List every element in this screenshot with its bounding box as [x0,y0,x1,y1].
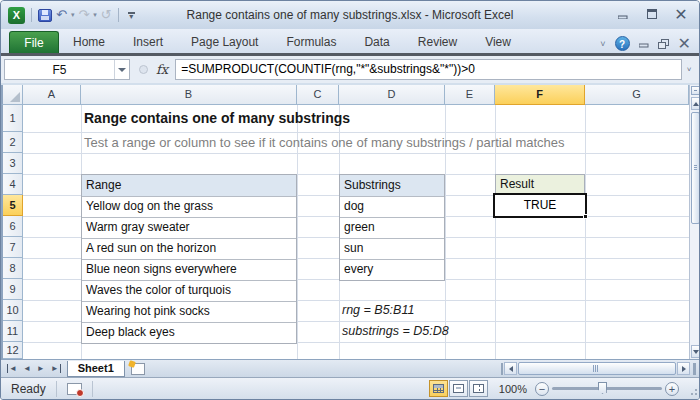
cells-area[interactable]: Range contains one of many substrings Te… [23,105,689,359]
range-cell[interactable]: Deep black eyes [82,322,296,343]
vertical-split-handle[interactable] [691,86,700,95]
column-header-b[interactable]: B [81,85,297,105]
tab-review[interactable]: Review [404,31,471,53]
scroll-down-icon[interactable] [691,345,700,358]
page-layout-view-button[interactable] [449,380,468,397]
next-sheet-icon[interactable]: ► [37,364,45,373]
vertical-scrollbar[interactable] [689,85,700,359]
gridline [585,105,586,359]
range-cell[interactable]: A red sun on the horizon [82,238,296,259]
range-cell[interactable]: Wearing hot pink socks [82,301,296,322]
horizontal-scroll-thumb[interactable] [518,362,676,375]
close-button[interactable]: ✕ [673,7,689,21]
scroll-up-icon[interactable] [691,97,700,110]
range-cell[interactable]: Blue neon signs everywhere [82,259,296,280]
column-header-g[interactable]: G [585,85,689,105]
select-all-corner[interactable] [1,85,23,105]
name-box-dropdown-icon[interactable] [114,60,129,79]
minimize-ribbon-icon[interactable]: ˅ [600,39,605,49]
insert-worksheet-icon[interactable] [131,363,145,375]
worksheet-subtitle-cell[interactable]: Test a range or column to see if it cont… [84,135,565,150]
expand-formula-bar-icon[interactable]: ˅ [682,59,696,80]
range-cell[interactable]: Waves the color of turquois [82,280,296,301]
tab-formulas[interactable]: Formulas [272,31,350,53]
selected-cell-f5[interactable]: TRUE [493,193,587,218]
substring-cell[interactable]: green [340,217,444,238]
divider [92,381,93,397]
help-icon[interactable]: ? [615,36,630,51]
workbook-restore-button[interactable] [658,39,669,49]
substring-cell[interactable]: every [340,259,444,280]
row-headers: 123456789101112 [1,105,23,359]
substrings-header-cell[interactable]: Substrings [340,175,444,196]
formula-input[interactable]: =SUMPRODUCT(COUNTIF(rng,"*"&substrings&"… [175,59,682,80]
range-header-cell[interactable]: Range [82,175,296,196]
row-header-10[interactable]: 10 [3,300,23,321]
row-header-6[interactable]: 6 [3,216,23,237]
column-header-e[interactable]: E [445,85,495,105]
tab-data[interactable]: Data [350,31,403,53]
named-range-note: rng = B5:B11 [342,303,414,317]
divider [56,381,57,397]
sheet-tab-sheet1[interactable]: Sheet1 [67,361,125,377]
substring-cell[interactable]: sun [340,238,444,259]
normal-view-button[interactable] [429,380,448,397]
substring-cell[interactable]: dog [340,196,444,217]
last-sheet-icon[interactable]: ► [51,364,61,373]
page-break-view-button[interactable] [469,380,488,397]
fill-handle[interactable] [583,214,588,219]
active-cell-reference: F5 [5,63,114,77]
zoom-out-icon[interactable]: − [535,382,549,396]
tab-file[interactable]: File [9,31,59,53]
row-header-9[interactable]: 9 [3,279,23,300]
column-headers: ABCDEFG [23,85,689,105]
name-box[interactable]: F5 [4,59,130,80]
status-mode: Ready [1,382,56,396]
row-header-11[interactable]: 11 [3,321,23,342]
column-header-c[interactable]: C [297,85,339,105]
range-cell[interactable]: Warm gray sweater [82,217,296,238]
window-title: Range contains one of many substrings.xl… [1,8,699,22]
zoom-slider[interactable] [552,387,662,390]
column-header-a[interactable]: A [23,85,81,105]
resize-grip[interactable] [687,381,699,397]
tab-page-layout[interactable]: Page Layout [177,31,272,53]
macro-record-icon[interactable] [67,383,82,395]
tab-insert[interactable]: Insert [119,31,177,53]
tab-view[interactable]: View [471,31,525,53]
maximize-button[interactable] [644,7,660,21]
row-header-3[interactable]: 3 [3,153,23,174]
previous-sheet-icon[interactable]: ◄ [23,364,31,373]
workbook-minimize-button[interactable] [639,39,649,48]
excel-window: X ↶ ▾ ↷ ▾ ↺ ▾ Range contains one of many… [0,0,700,400]
gridline [23,153,689,154]
column-header-d[interactable]: D [339,85,445,105]
row-header-7[interactable]: 7 [3,237,23,258]
worksheet-title-cell[interactable]: Range contains one of many substrings [84,110,350,126]
tab-home[interactable]: Home [59,31,119,53]
row-header-12[interactable]: 12 [3,342,23,359]
insert-function-disabled-icon [139,65,148,74]
tab-split-handle[interactable] [501,363,503,375]
row-header-2[interactable]: 2 [3,132,23,153]
first-sheet-icon[interactable]: ◄ [7,364,17,373]
range-cell[interactable]: Yellow dog on the grass [82,196,296,217]
scroll-right-icon[interactable] [677,362,690,375]
row-header-4[interactable]: 4 [3,174,23,195]
workbook-close-button[interactable]: ✕ [678,34,691,53]
row-header-5[interactable]: 5 [3,195,23,216]
minimize-button[interactable] [615,7,631,21]
sheet-tab-bar: ◄ ◄ ► ► Sheet1 [1,359,699,377]
horizontal-split-handle[interactable] [693,363,696,375]
row-header-1[interactable]: 1 [3,105,23,132]
range-table: Range Yellow dog on the grassWarm gray s… [81,174,297,344]
status-bar: Ready 100% − + [1,377,699,399]
fx-icon[interactable]: fx [156,62,168,77]
vertical-scroll-thumb[interactable] [691,112,700,224]
result-header-cell[interactable]: Result [495,174,585,195]
scroll-left-icon[interactable] [504,362,517,375]
row-header-8[interactable]: 8 [3,258,23,279]
zoom-in-icon[interactable]: + [665,382,679,396]
zoom-level[interactable]: 100% [499,383,527,395]
column-header-f[interactable]: F [495,85,585,105]
